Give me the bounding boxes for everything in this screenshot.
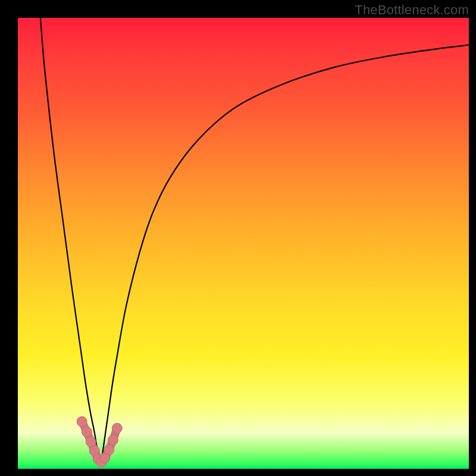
marker-point (77, 416, 87, 427)
plot-area (18, 18, 469, 469)
marker-point (104, 445, 114, 455)
marker-point (108, 435, 118, 445)
curve-left-branch (40, 18, 101, 462)
curve-right-branch (101, 45, 469, 462)
marker-point (86, 437, 96, 447)
chart-frame: TheBottleneck.com (0, 0, 476, 476)
watermark-text: TheBottleneck.com (355, 2, 469, 18)
marker-point (82, 427, 92, 437)
marker-point (112, 423, 122, 433)
chart-svg (18, 18, 469, 469)
highlight-markers (77, 416, 122, 467)
